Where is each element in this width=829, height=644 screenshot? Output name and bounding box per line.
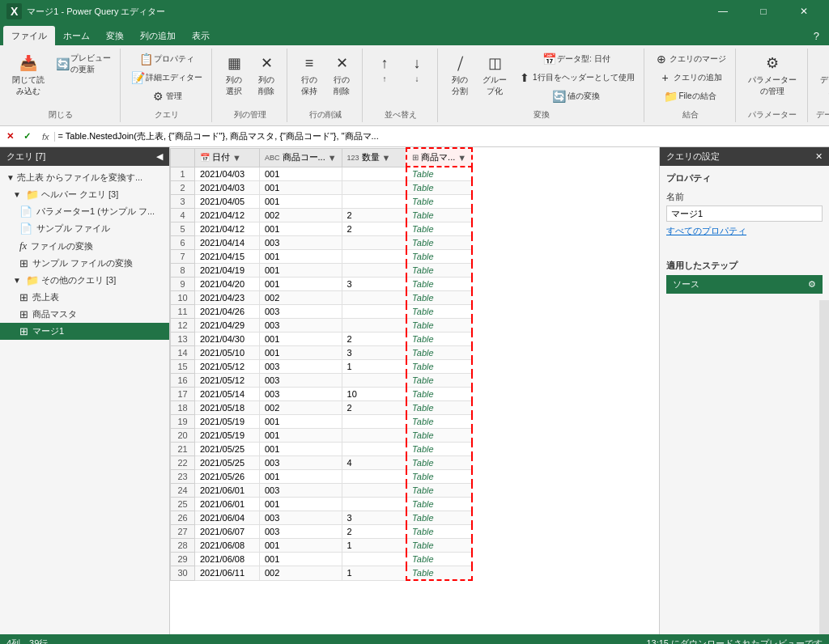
col-date-filter-icon[interactable]: ▼ bbox=[232, 153, 241, 163]
tab-transform[interactable]: 変換 bbox=[98, 26, 132, 45]
tree-item-merge1[interactable]: ⊞ マージ1 bbox=[0, 323, 169, 340]
right-panel-title: クエリの設定 bbox=[666, 150, 720, 163]
combine-files-button[interactable]: 📁 Fileの結合 bbox=[651, 87, 730, 105]
cell-code: 001 bbox=[260, 443, 342, 456]
data-type-button[interactable]: 📅 データ型: 日付 bbox=[514, 50, 639, 68]
remove-rows-icon: ✕ bbox=[332, 53, 351, 73]
formula-confirm-button[interactable]: ✓ bbox=[20, 131, 34, 142]
split-column-button[interactable]: ⧸ 列の分割 bbox=[444, 50, 475, 100]
manage-button[interactable]: ⚙ 管理 bbox=[127, 87, 206, 105]
col-table-type-icon: ⊞ bbox=[412, 153, 419, 162]
cell-date: 2021/06/07 bbox=[195, 525, 260, 539]
cell-rownum: 8 bbox=[171, 264, 195, 278]
tree-item-sample-file[interactable]: 📄 サンプル ファイル bbox=[0, 220, 169, 237]
advanced-editor-button[interactable]: 📝 詳細エディター bbox=[127, 69, 206, 87]
group-by-button[interactable]: ◫ グループ化 bbox=[477, 50, 512, 100]
tree-item-file-convert[interactable]: fx ファイルの変換 bbox=[0, 237, 169, 255]
use-first-row-button[interactable]: ⬆ 1行目をヘッダーとして使用 bbox=[514, 69, 639, 87]
tree-group-main-header[interactable]: ▼ 売上表 からファイルを変換す... bbox=[0, 169, 169, 186]
right-panel: クエリの設定 ✕ プロパティ 名前 すべてのプロパティ 適用したステップ ソース… bbox=[659, 147, 829, 634]
cell-date: 2021/05/19 bbox=[195, 415, 260, 429]
cell-rownum: 29 bbox=[171, 553, 195, 566]
tab-file[interactable]: ファイル bbox=[3, 26, 55, 45]
right-panel-close-button[interactable]: ✕ bbox=[815, 151, 823, 162]
formula-input[interactable] bbox=[58, 132, 826, 142]
columns-group-label: 列の管理 bbox=[219, 107, 282, 121]
tree-item-sample-convert[interactable]: ⊞ サンプル ファイルの変換 bbox=[0, 255, 169, 272]
tree-subgroup-helper-header[interactable]: ▼ 📁 ヘルパー クエリ [3] bbox=[0, 186, 169, 203]
remove-columns-button[interactable]: ✕ 列の削除 bbox=[251, 50, 282, 100]
cell-qty bbox=[342, 443, 406, 456]
cell-date: 2021/04/03 bbox=[195, 167, 260, 181]
right-panel-scrollbar[interactable] bbox=[819, 300, 829, 634]
cell-code: 001 bbox=[260, 415, 342, 429]
cell-code: 003 bbox=[260, 319, 342, 333]
tab-home[interactable]: ホーム bbox=[55, 26, 98, 45]
cell-table: Table bbox=[406, 470, 472, 484]
cell-date: 2021/05/26 bbox=[195, 470, 260, 484]
cell-table: Table bbox=[406, 333, 472, 346]
query-panel-collapse[interactable]: ◀ bbox=[156, 151, 163, 162]
cell-rownum: 5 bbox=[171, 222, 195, 236]
sort-asc-button[interactable]: ↑ ↑ bbox=[369, 50, 400, 87]
cell-date: 2021/04/29 bbox=[195, 319, 260, 333]
manage-params-button[interactable]: ⚙ パラメーターの管理 bbox=[742, 50, 802, 100]
minimize-button[interactable]: — bbox=[704, 0, 742, 23]
maximize-button[interactable]: □ bbox=[745, 0, 782, 23]
tree-item-sales[interactable]: ⊞ 売上表 bbox=[0, 289, 169, 306]
sort-desc-button[interactable]: ↓ ↓ bbox=[402, 50, 432, 87]
col-table-filter-icon[interactable]: ▼ bbox=[457, 153, 466, 163]
cell-table: Table bbox=[406, 456, 472, 470]
step-gear-icon[interactable]: ⚙ bbox=[808, 279, 816, 290]
select-columns-button[interactable]: ▦ 列の選択 bbox=[219, 50, 249, 100]
cell-rownum: 30 bbox=[171, 566, 195, 581]
help-button[interactable]: ? bbox=[807, 27, 826, 45]
query-group-label: クエリ bbox=[127, 107, 206, 121]
tree-item-param1[interactable]: 📄 パラメーター1 (サンプル フ... bbox=[0, 203, 169, 220]
ribbon-group-close: 📥 閉じて読み込む 🔄 プレビューの更新 閉じる bbox=[2, 49, 121, 122]
tree-item-product-master[interactable]: ⊞ 商品マスタ bbox=[0, 306, 169, 323]
cell-qty bbox=[342, 470, 406, 484]
step-source[interactable]: ソース ⚙ bbox=[666, 275, 823, 294]
group-by-icon: ◫ bbox=[485, 53, 504, 73]
table-icon: ⊞ bbox=[19, 325, 28, 337]
col-date-header[interactable]: 📅 日付 ▼ bbox=[195, 148, 260, 167]
query-name-input[interactable] bbox=[666, 205, 823, 222]
ribbon-group-sort: ↑ ↑ ↓ ↓ 並べ替え bbox=[364, 49, 438, 122]
cell-qty bbox=[342, 195, 406, 209]
table-row: 8 2021/04/19 001 Table bbox=[171, 264, 473, 278]
col-code-filter-icon[interactable]: ▼ bbox=[328, 153, 337, 163]
col-qty-filter-icon[interactable]: ▼ bbox=[382, 153, 391, 163]
cell-date: 2021/05/14 bbox=[195, 388, 260, 401]
col-qty-header[interactable]: 123 数量 ▼ bbox=[342, 148, 406, 167]
cell-rownum: 24 bbox=[171, 484, 195, 498]
close-button[interactable]: ✕ bbox=[785, 0, 823, 23]
col-code-header[interactable]: ABC 商品コー... ▼ bbox=[260, 148, 342, 167]
properties-button[interactable]: 📋 プロパティ bbox=[127, 50, 206, 68]
append-queries-button[interactable]: + クエリの追加 bbox=[651, 69, 730, 87]
col-table-header[interactable]: ⊞ 商品マ... ▼ bbox=[406, 148, 472, 167]
col-code-label: 商品コー... bbox=[283, 151, 325, 163]
manage-icon: ⚙ bbox=[151, 90, 164, 103]
tab-add-column[interactable]: 列の追加 bbox=[132, 26, 184, 45]
remove-rows-button[interactable]: ✕ 行の削除 bbox=[326, 50, 357, 100]
properties-icon: 📋 bbox=[139, 53, 152, 66]
all-properties-link[interactable]: すべてのプロパティ bbox=[666, 226, 746, 235]
table-row: 20 2021/05/19 001 Table bbox=[171, 429, 473, 443]
keep-rows-button[interactable]: ≡ 行の保持 bbox=[294, 50, 325, 100]
col-table-label: 商品マ... bbox=[421, 151, 455, 163]
close-load-button[interactable]: 📥 閉じて読み込む bbox=[6, 50, 50, 100]
datasource-settings-button[interactable]: 🔧 データソース設定 bbox=[814, 50, 829, 100]
table-row: 29 2021/06/08 001 Table bbox=[171, 553, 473, 566]
preview-icon: 🔄 bbox=[56, 57, 69, 70]
cell-code: 001 bbox=[260, 429, 342, 443]
table-row: 12 2021/04/29 003 Table bbox=[171, 319, 473, 333]
merge-queries-button[interactable]: ⊕ クエリのマージ bbox=[651, 50, 730, 68]
replace-values-button[interactable]: 🔄 値の変換 bbox=[514, 87, 639, 105]
preview-button[interactable]: 🔄 プレビューの更新 bbox=[52, 50, 115, 78]
tab-view[interactable]: 表示 bbox=[184, 26, 218, 45]
tree-subgroup-other-header[interactable]: ▼ 📁 その他のクエリ [3] bbox=[0, 272, 169, 289]
cell-code: 001 bbox=[260, 167, 342, 181]
data-table-container[interactable]: 📅 日付 ▼ ABC 商品コー... ▼ bbox=[170, 147, 659, 634]
formula-cancel-button[interactable]: ✕ bbox=[3, 131, 17, 142]
